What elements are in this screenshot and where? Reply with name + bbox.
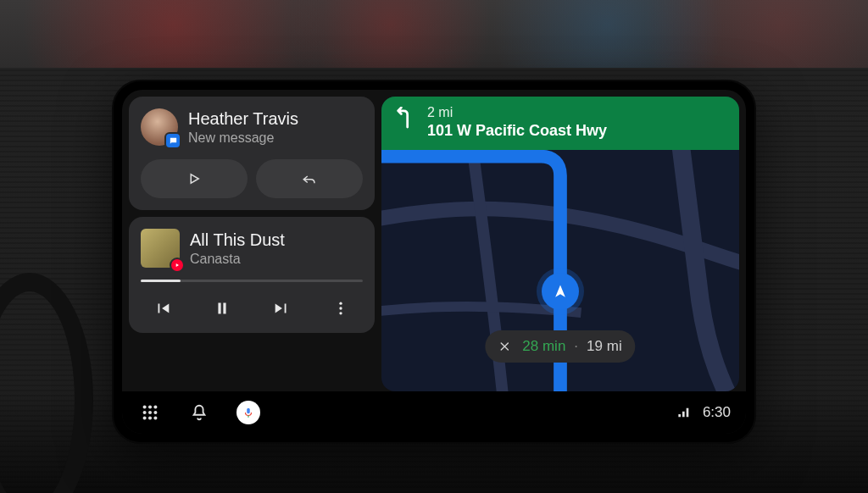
head-unit-bezel: Heather Travis New message xyxy=(112,80,756,444)
navigation-destination: 101 W Pacific Coast Hwy xyxy=(427,122,607,140)
assistant-mic-ring xyxy=(236,401,260,424)
left-column: Heather Travis New message xyxy=(129,97,375,391)
messages-icon xyxy=(169,136,178,146)
eta-separator: · xyxy=(574,338,578,355)
notification-subtitle: New message xyxy=(188,130,298,146)
bottom-bar: 6:30 xyxy=(122,391,746,434)
track-progress-fill xyxy=(141,280,181,282)
navigation-banner[interactable]: 2 mi 101 W Pacific Coast Hwy xyxy=(381,97,739,150)
content-area: Heather Travis New message xyxy=(122,90,746,391)
current-location-marker xyxy=(542,273,579,310)
bell-icon xyxy=(190,403,209,422)
messages-app-badge xyxy=(164,132,181,149)
bottom-bar-right: 6:30 xyxy=(677,404,731,421)
avatar xyxy=(141,108,178,146)
notification-card[interactable]: Heather Travis New message xyxy=(129,97,375,210)
close-navigation-button[interactable] xyxy=(495,337,514,356)
eta-time: 28 min xyxy=(522,338,565,355)
navigation-text: 2 mi 101 W Pacific Coast Hwy xyxy=(427,105,607,140)
play-icon xyxy=(186,171,202,186)
reply-icon xyxy=(300,171,319,186)
svg-point-11 xyxy=(153,416,157,419)
media-controls xyxy=(141,294,363,323)
android-auto-screen: Heather Travis New message xyxy=(122,90,746,434)
skip-next-icon xyxy=(272,299,291,318)
apps-grid-icon xyxy=(141,403,159,422)
skip-previous-icon xyxy=(153,299,172,318)
track-title: All This Dust xyxy=(190,230,285,250)
clock: 6:30 xyxy=(703,404,731,421)
track-artist: Canasta xyxy=(190,252,285,267)
svg-point-2 xyxy=(339,312,342,314)
svg-point-6 xyxy=(143,411,147,414)
media-app-badge xyxy=(170,258,185,273)
notification-header: Heather Travis New message xyxy=(141,108,363,146)
media-header: All This Dust Canasta xyxy=(141,229,363,268)
bottom-bar-left xyxy=(137,400,261,425)
navigation-distance: 2 mi xyxy=(427,105,607,120)
media-text: All This Dust Canasta xyxy=(190,230,285,267)
svg-point-3 xyxy=(143,406,147,409)
youtube-music-icon xyxy=(174,262,181,269)
svg-point-8 xyxy=(153,411,157,414)
media-card[interactable]: All This Dust Canasta xyxy=(129,217,375,333)
pause-button[interactable] xyxy=(203,294,241,323)
notifications-button[interactable] xyxy=(186,400,212,425)
close-icon xyxy=(498,341,510,352)
skip-previous-button[interactable] xyxy=(144,294,181,323)
maneuver-icon-box xyxy=(393,105,415,140)
album-art xyxy=(141,229,180,268)
mic-icon xyxy=(242,407,254,418)
reply-button[interactable] xyxy=(256,159,363,198)
svg-point-4 xyxy=(148,406,152,409)
svg-point-10 xyxy=(148,416,152,419)
notification-text: Heather Travis New message xyxy=(188,109,298,146)
navigation-arrow-icon xyxy=(552,283,569,300)
app-launcher-button[interactable] xyxy=(137,400,163,425)
eta-pill[interactable]: 28 min · 19 mi xyxy=(485,330,635,363)
play-message-button[interactable] xyxy=(141,159,248,198)
cellular-signal-icon xyxy=(677,407,691,418)
notification-actions xyxy=(141,159,363,198)
svg-point-7 xyxy=(148,411,152,414)
skip-next-button[interactable] xyxy=(263,294,300,323)
svg-point-5 xyxy=(153,406,157,409)
turn-left-icon xyxy=(395,107,414,129)
map-card[interactable]: 2 mi 101 W Pacific Coast Hwy 28 xyxy=(381,97,739,391)
more-vert-icon xyxy=(332,300,349,317)
media-overflow-button[interactable] xyxy=(322,294,359,323)
notification-sender: Heather Travis xyxy=(188,109,298,129)
svg-point-0 xyxy=(339,302,342,305)
pause-icon xyxy=(213,299,231,318)
svg-point-9 xyxy=(143,416,147,419)
svg-rect-12 xyxy=(247,408,250,413)
svg-point-1 xyxy=(339,307,342,309)
assistant-button[interactable] xyxy=(236,400,261,425)
eta-distance: 19 mi xyxy=(587,338,622,355)
track-progress[interactable] xyxy=(141,280,363,282)
